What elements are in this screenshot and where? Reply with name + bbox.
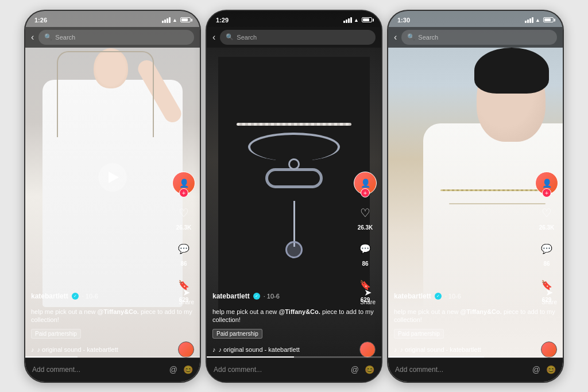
verified-badge-2: ✓	[253, 293, 260, 300]
emoji-icon-2[interactable]: 😊	[365, 365, 374, 374]
chain-necklace-display	[248, 133, 340, 161]
like-action-1[interactable]: ♡ 26.3K	[173, 203, 194, 231]
share-label-1: Share	[179, 299, 194, 305]
comment-action-3[interactable]: 💬 86	[536, 239, 557, 267]
emoji-icon-3[interactable]: 😊	[546, 365, 556, 374]
share-label-2: Share	[360, 299, 376, 305]
creator-avatar-3[interactable]: 👤 +	[535, 172, 558, 195]
signal-icon-2	[343, 17, 352, 23]
music-avatar-2[interactable]	[359, 341, 376, 358]
emoji-icon-1[interactable]: 😊	[183, 365, 193, 374]
battery-icon-2	[362, 17, 372, 22]
status-bar-1: 1:26 ▲	[25, 11, 200, 27]
like-icon-3: ♡	[536, 203, 557, 223]
comment-input-1[interactable]: Add comment...	[32, 366, 164, 374]
right-actions-2: 👤 + ♡ 26.3K 💬 86 🔖 629	[354, 172, 377, 303]
search-placeholder-1: Search	[55, 34, 75, 41]
pendant-chain	[293, 201, 295, 247]
username-1[interactable]: katebartlett	[31, 292, 68, 300]
share-label-3: Share	[541, 299, 557, 305]
back-button-2[interactable]: ‹	[212, 32, 215, 42]
follow-plus-3[interactable]: +	[542, 188, 551, 197]
status-icons-1: ▲	[162, 17, 191, 23]
paid-partnership-tag-3: Paid partnership	[394, 329, 444, 339]
pearl-necklace	[237, 123, 351, 126]
search-input-area-2[interactable]: 🔍 Search	[220, 30, 376, 45]
status-icons-2: ▲	[343, 17, 372, 23]
time-3: 1:30	[397, 17, 410, 24]
music-text-1: ♪ original sound - katebartlett	[37, 346, 118, 353]
bottom-content-3: katebartlett ✓ · 10-6 ➤ Share help me pi…	[388, 287, 563, 358]
music-avatar-3[interactable]	[541, 341, 557, 358]
status-bar-3: 1:30 ▲	[388, 11, 563, 27]
caption-1: help me pick out a new @Tiffany&Co. piec…	[31, 308, 194, 324]
time-2: 1:29	[216, 17, 229, 24]
comment-input-2[interactable]: Add comment...	[214, 366, 345, 374]
music-avatar-1[interactable]	[178, 341, 194, 358]
username-3[interactable]: katebartlett	[394, 292, 431, 300]
follow-plus-2[interactable]: +	[361, 188, 370, 197]
comment-bar-3: Add comment... @ 😊	[388, 358, 563, 382]
share-icon-1: ➤	[183, 287, 190, 298]
comment-icon-1: 💬	[173, 239, 194, 259]
music-note-3: ♪	[394, 346, 397, 353]
share-button-1[interactable]: ➤ Share	[179, 287, 194, 305]
chain-held	[57, 51, 154, 137]
progress-bar-2[interactable]	[207, 356, 381, 358]
battery-icon	[180, 17, 191, 22]
mention-tiffany-2[interactable]: @Tiffany&Co.	[279, 308, 320, 315]
right-actions-3: 👤 + ♡ 26.3K 💬 86 🔖 629	[535, 172, 558, 303]
progress-bar-1[interactable]	[25, 356, 200, 358]
music-note-2: ♪	[212, 346, 216, 353]
mention-tiffany-1[interactable]: @Tiffany&Co.	[98, 308, 139, 315]
music-row-1: ♪ ♪ original sound - katebartlett	[31, 341, 194, 358]
back-button-3[interactable]: ‹	[394, 32, 397, 42]
comment-icon-2: 💬	[355, 239, 376, 259]
signal-icon	[162, 17, 171, 23]
back-button-1[interactable]: ‹	[31, 32, 34, 42]
search-placeholder-3: Search	[418, 34, 438, 41]
progress-bar-3[interactable]	[388, 356, 563, 358]
comment-count-1: 86	[180, 261, 187, 267]
status-icons-3: ▲	[525, 17, 554, 23]
user-row-3: katebartlett ✓ · 10-6 ➤ Share	[394, 287, 557, 305]
share-icon-2: ➤	[364, 287, 372, 298]
play-button[interactable]	[98, 163, 127, 192]
caption-2: help me pick out a new @Tiffany&Co. piec…	[212, 308, 376, 324]
user-row-2: katebartlett ✓ · 10-6 ➤ Share	[212, 287, 376, 305]
comment-bar-1: Add comment... @ 😊	[25, 358, 200, 382]
at-icon-2[interactable]: @	[351, 365, 359, 374]
wifi-icon-2: ▲	[354, 17, 359, 23]
share-button-3[interactable]: ➤ Share	[541, 287, 557, 305]
jewelry-display	[218, 57, 370, 313]
search-icon-3: 🔍	[407, 33, 415, 41]
creator-avatar-1[interactable]: 👤 +	[172, 172, 195, 195]
creator-avatar-2[interactable]: 👤 +	[354, 172, 377, 195]
progress-fill-1	[25, 356, 78, 358]
share-button-2[interactable]: ➤ Share	[360, 287, 376, 305]
mention-tiffany-3[interactable]: @Tiffany&Co.	[461, 308, 502, 315]
comment-input-3[interactable]: Add comment...	[395, 366, 527, 374]
share-icon-3: ➤	[546, 287, 553, 298]
search-input-area-1[interactable]: 🔍 Search	[38, 30, 194, 45]
music-row-2: ♪ ♪ original sound - katebartlett	[212, 341, 376, 358]
verified-badge-3: ✓	[435, 293, 442, 300]
like-action-3[interactable]: ♡ 26.3K	[536, 203, 557, 231]
battery-icon-3	[543, 17, 554, 22]
bracelet-display	[265, 168, 323, 188]
username-2[interactable]: katebartlett	[212, 292, 250, 300]
search-input-area-3[interactable]: 🔍 Search	[401, 30, 557, 45]
search-icon-2: 🔍	[226, 33, 234, 41]
search-bar-2: ‹ 🔍 Search	[207, 27, 381, 48]
phone-frame-2: 1:29 ▲ ‹ 🔍 Search 👤 +	[206, 10, 382, 383]
comment-action-1[interactable]: 💬 86	[173, 239, 194, 267]
progress-fill-2	[207, 356, 294, 358]
caption-3: help me pick out a new @Tiffany&Co. piec…	[394, 308, 557, 324]
play-triangle	[109, 172, 119, 183]
user-date-3: · 10-6	[445, 293, 461, 300]
comment-action-2[interactable]: 💬 86	[355, 239, 376, 267]
like-action-2[interactable]: ♡ 26.3K	[355, 203, 376, 231]
at-icon-1[interactable]: @	[169, 365, 177, 374]
at-icon-3[interactable]: @	[532, 365, 540, 374]
follow-plus-1[interactable]: +	[179, 188, 188, 197]
